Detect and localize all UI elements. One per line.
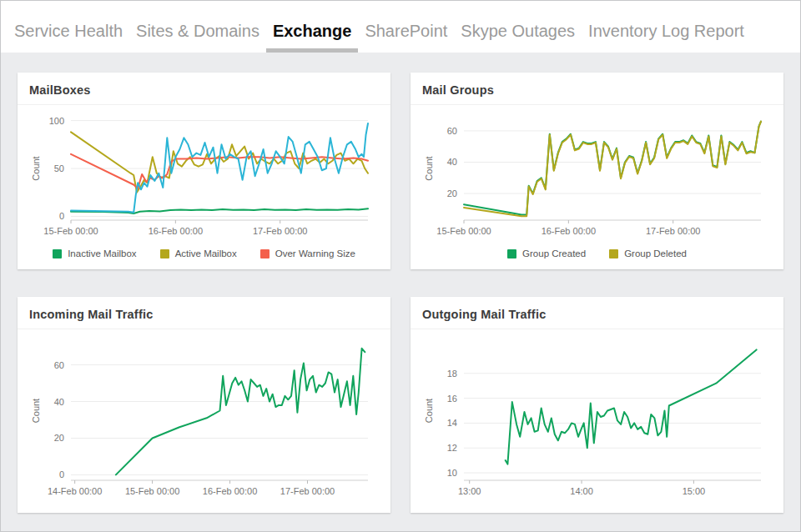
svg-text:0: 0	[59, 469, 64, 479]
svg-text:14:00: 14:00	[570, 486, 593, 496]
svg-text:Count: Count	[31, 156, 41, 180]
legend-swatch-icon	[53, 249, 62, 258]
svg-text:100: 100	[49, 116, 64, 126]
mailboxes-legend: Inactive MailboxActive MailboxOver Warni…	[29, 248, 379, 258]
svg-text:14-Feb 00:00: 14-Feb 00:00	[48, 486, 102, 496]
svg-text:12: 12	[447, 443, 457, 453]
svg-text:15-Feb 00:00: 15-Feb 00:00	[43, 226, 98, 236]
tab-service-health[interactable]: Service Health	[8, 22, 129, 53]
card-mailboxes: MailBoxes 05010015-Feb 00:0016-Feb 00:00…	[18, 73, 390, 269]
legend-item[interactable]: Inactive Mailbox	[53, 248, 136, 258]
title-divider	[18, 104, 390, 105]
mail-groups-legend: Group CreatedGroup Deleted	[422, 248, 772, 258]
chart-title-mailboxes: MailBoxes	[29, 73, 379, 104]
tab-bar: Service HealthSites & DomainsExchangeSha…	[1, 1, 800, 53]
card-incoming-mail-traffic: Incoming Mail Traffic 020406014-Feb 00:0…	[18, 297, 390, 513]
legend-item[interactable]: Over Warning Size	[260, 248, 355, 258]
svg-text:13:00: 13:00	[458, 486, 481, 496]
svg-text:Count: Count	[424, 399, 434, 423]
svg-text:17-Feb 00:00: 17-Feb 00:00	[646, 226, 700, 236]
legend-swatch-icon	[507, 249, 516, 258]
svg-text:20: 20	[54, 433, 64, 443]
legend-label: Inactive Mailbox	[68, 248, 136, 258]
chart-title-mail-groups: Mail Groups	[422, 73, 772, 104]
mailboxes-chart[interactable]: 05010015-Feb 00:0016-Feb 00:0017-Feb 00:…	[29, 108, 379, 247]
svg-text:14: 14	[447, 418, 457, 428]
outgoing-mail-chart[interactable]: 101214161813:0014:0015:00Count	[422, 333, 772, 507]
svg-text:0: 0	[59, 211, 64, 221]
title-divider	[411, 329, 783, 329]
svg-text:16-Feb 00:00: 16-Feb 00:00	[149, 226, 203, 236]
svg-text:17-Feb 00:00: 17-Feb 00:00	[280, 486, 335, 496]
svg-text:60: 60	[447, 126, 457, 136]
legend-item[interactable]: Group Deleted	[609, 248, 687, 258]
title-divider	[411, 104, 783, 105]
chart-title-outgoing: Outgoing Mail Traffic	[422, 297, 772, 329]
tab-sharepoint[interactable]: SharePoint	[358, 22, 454, 53]
svg-text:16-Feb 00:00: 16-Feb 00:00	[542, 226, 596, 236]
title-divider	[18, 329, 390, 329]
svg-text:40: 40	[54, 397, 64, 407]
legend-swatch-icon	[609, 249, 618, 258]
mail-groups-chart[interactable]: 20406015-Feb 00:0016-Feb 00:0017-Feb 00:…	[422, 108, 772, 247]
legend-label: Active Mailbox	[175, 248, 237, 258]
svg-text:Count: Count	[31, 399, 41, 423]
tab-exchange[interactable]: Exchange	[266, 22, 358, 53]
svg-text:15-Feb 00:00: 15-Feb 00:00	[125, 486, 179, 496]
card-outgoing-mail-traffic: Outgoing Mail Traffic 101214161813:0014:…	[411, 297, 783, 513]
svg-text:50: 50	[54, 163, 64, 173]
svg-text:10: 10	[447, 468, 457, 478]
svg-text:60: 60	[54, 360, 64, 370]
svg-text:16: 16	[447, 394, 457, 404]
incoming-mail-chart[interactable]: 020406014-Feb 00:0015-Feb 00:0016-Feb 00…	[29, 333, 379, 507]
svg-text:15-Feb 00:00: 15-Feb 00:00	[436, 226, 491, 236]
dashboard-grid: MailBoxes 05010015-Feb 00:0016-Feb 00:00…	[1, 53, 800, 513]
tab-sites-domains[interactable]: Sites & Domains	[129, 22, 266, 53]
legend-label: Over Warning Size	[275, 248, 355, 258]
tab-inventory-log-report[interactable]: Inventory Log Report	[582, 22, 751, 53]
legend-label: Group Created	[522, 248, 586, 258]
svg-text:16-Feb 00:00: 16-Feb 00:00	[203, 486, 257, 496]
svg-text:40: 40	[447, 157, 457, 167]
card-mail-groups: Mail Groups 20406015-Feb 00:0016-Feb 00:…	[411, 73, 783, 269]
svg-text:17-Feb 00:00: 17-Feb 00:00	[253, 226, 307, 236]
svg-text:20: 20	[447, 188, 457, 198]
legend-swatch-icon	[260, 249, 270, 258]
legend-item[interactable]: Active Mailbox	[160, 248, 237, 258]
tab-skype-outages[interactable]: Skype Outages	[454, 22, 582, 53]
chart-title-incoming: Incoming Mail Traffic	[29, 297, 379, 329]
svg-text:18: 18	[447, 369, 457, 379]
svg-text:Count: Count	[424, 156, 434, 180]
legend-label: Group Deleted	[624, 248, 687, 258]
legend-swatch-icon	[160, 249, 169, 258]
svg-text:15:00: 15:00	[683, 486, 706, 496]
legend-item[interactable]: Group Created	[507, 248, 586, 258]
